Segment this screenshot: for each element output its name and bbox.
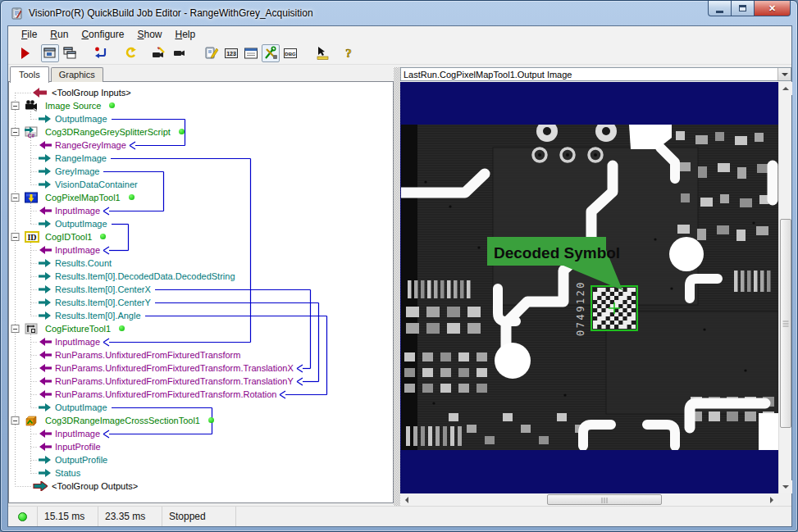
tree-item-runparams-unfixturedfromfixturedtransform-translationy[interactable]: RunParams.UnfixturedFromFixturedTransfor…: [9, 375, 393, 388]
tree-item-label: Status: [55, 466, 80, 480]
cascade-windows-icon: [62, 46, 77, 61]
tree-item-results-count[interactable]: Results.Count: [9, 257, 393, 270]
tree-item-label: RunParams.UnfixturedFromFixturedTransfor…: [55, 361, 294, 375]
tree-item-inputimage[interactable]: InputImage: [9, 204, 393, 217]
scroll-down-button[interactable]: [779, 480, 792, 493]
horizontal-scroll-thumb[interactable]: [547, 494, 662, 505]
tree-item-outputimage[interactable]: OutputImage: [9, 217, 393, 230]
run-job-button[interactable]: [16, 44, 34, 62]
tree-item-results-item-0-angle[interactable]: Results.Item[0].Angle: [9, 309, 393, 322]
tree-item-label: RunParams.UnfixturedFromFixturedTransfor…: [55, 348, 240, 361]
scroll-up-button[interactable]: [779, 82, 792, 95]
tree-item-inputprofile[interactable]: InputProfile: [9, 440, 393, 453]
display-selector-combobox[interactable]: LastRun.CogPixelMapTool1.Output Image: [400, 67, 791, 81]
camera-icon: [25, 99, 38, 112]
tree-item-outputimage[interactable]: OutputImage: [9, 401, 393, 414]
pixelmap-icon: [25, 191, 38, 204]
tree-item-cogpixelmaptool1[interactable]: CogPixelMapTool1: [9, 191, 393, 204]
menu-item-help[interactable]: Help: [168, 27, 202, 42]
toolbox-button[interactable]: [262, 44, 280, 62]
minimize-button[interactable]: [708, 1, 732, 16]
tree-item-cog3drangegreysplitterscript[interactable]: C#Cog3DRangeGreySplitterScript: [9, 125, 393, 139]
scroll-right-button[interactable]: [765, 493, 778, 506]
tree-item-label: OutputProfile: [55, 453, 107, 466]
tree-item-results-item-0-centerx[interactable]: Results.Item[0].CenterX: [9, 283, 393, 296]
debug-button[interactable]: DBG: [281, 44, 299, 62]
tree-item-label: Cog3DRangeImageCrossSectionTool1: [45, 414, 200, 427]
tree-item-image-source[interactable]: Image Source: [9, 99, 393, 112]
maximize-button[interactable]: [732, 1, 754, 16]
tree-item-results-item-0-centery[interactable]: Results.Item[0].CenterY: [9, 296, 393, 309]
tree-item-runparams-unfixturedfromfixturedtransform-rotation[interactable]: RunParams.UnfixturedFromFixturedTransfor…: [9, 388, 393, 401]
edit-acquisition-button[interactable]: [150, 44, 168, 62]
tab-graphics[interactable]: Graphics: [51, 67, 103, 82]
input-terminal-icon: [39, 207, 52, 215]
menu-item-file[interactable]: File: [15, 27, 43, 42]
output-terminal-icon: [39, 311, 52, 320]
close-button[interactable]: ✕: [754, 1, 791, 16]
tree-item-cogidtool1[interactable]: IDCogIDTool1: [9, 230, 393, 243]
combobox-dropdown-button[interactable]: [777, 68, 791, 80]
tree-item-rangeimage[interactable]: RangeImage: [9, 152, 393, 165]
tree-item-inputimage[interactable]: InputImage: [9, 335, 393, 348]
menu-item-run[interactable]: Run: [43, 27, 75, 42]
panel-splitter[interactable]: [394, 67, 400, 506]
tab-strip: Tools Graphics: [10, 67, 105, 82]
triangle-left-icon: [405, 497, 408, 503]
viewer-vertical-scrollbar[interactable]: [778, 82, 791, 493]
output-terminal-icon: [39, 469, 52, 477]
tab-tools[interactable]: Tools: [10, 66, 49, 83]
svg-text:C#: C#: [28, 133, 35, 139]
show-image-window-button[interactable]: [41, 44, 59, 62]
tree-item-label: GreyImage: [55, 165, 99, 178]
form-view-button[interactable]: [242, 44, 260, 62]
vertical-scroll-thumb[interactable]: [780, 219, 791, 428]
maximize-icon: [739, 5, 746, 11]
run-job-icon: [18, 46, 33, 61]
undo-icon: [123, 46, 138, 61]
scroll-left-button[interactable]: [400, 493, 413, 506]
image-display-viewer[interactable]: 0749120 Decoded Symbol: [400, 82, 778, 493]
tree-item-inputimage[interactable]: InputImage: [9, 427, 393, 440]
job-properties-button[interactable]: [203, 44, 221, 62]
tree-item-outputprofile[interactable]: OutputProfile: [9, 453, 393, 466]
tree-item-label: CogFixtureTool1: [45, 322, 111, 335]
undo-button[interactable]: [121, 44, 139, 62]
tool-status-dot: [179, 129, 185, 134]
output-terminal-icon: [39, 259, 52, 267]
tree-item-cog3drangeimagecrosssectiontool1[interactable]: Cog3DRangeImageCrossSectionTool1: [9, 414, 393, 427]
tree-item-toolgroup-inputs[interactable]: <ToolGroup Inputs>: [9, 86, 393, 99]
tree-item-rangegreyimage[interactable]: RangeGreyImage: [9, 139, 393, 152]
pointer-ruler-icon: [315, 46, 330, 61]
tree-item-status[interactable]: Status: [9, 466, 393, 480]
help-button[interactable]: ?: [340, 44, 358, 62]
tree-item-toolgroup-outputs[interactable]: <ToolGroup Outputs>: [9, 480, 393, 493]
edit-acquisition-icon: [152, 46, 166, 61]
tree-item-visiondatacontainer[interactable]: VisionDataContainer: [9, 178, 393, 191]
reset-job-button[interactable]: [92, 44, 110, 62]
tool-status-dot: [109, 102, 115, 108]
camera-small-icon: [172, 46, 187, 61]
tree-item-label: <ToolGroup Inputs>: [52, 86, 131, 99]
menu-item-show[interactable]: Show: [130, 27, 168, 42]
toolgroup-input-icon: [33, 88, 48, 98]
tree-item-greyimage[interactable]: GreyImage: [9, 165, 393, 178]
input-terminal-icon: [39, 430, 52, 438]
viewer-horizontal-scrollbar[interactable]: [400, 493, 778, 506]
title-bar[interactable]: VisionPro(R) QuickBuild Job Editor - Ran…: [1, 1, 797, 25]
tree-item-outputimage[interactable]: OutputImage: [9, 112, 393, 125]
tree-item-runparams-unfixturedfromfixturedtransform[interactable]: RunParams.UnfixturedFromFixturedTransfor…: [9, 348, 393, 361]
tool-bar: 123DBG?: [8, 43, 791, 65]
tree-item-runparams-unfixturedfromfixturedtransform-translationx[interactable]: RunParams.UnfixturedFromFixturedTransfor…: [9, 361, 393, 375]
tree-item-inputimage[interactable]: InputImage: [9, 243, 393, 257]
tree-item-label: VisionDataContainer: [55, 178, 138, 191]
camera-small-button[interactable]: [171, 44, 189, 62]
output-terminal-icon: [39, 180, 52, 189]
tree-item-cogfixturetool1[interactable]: CogFixtureTool1: [9, 322, 393, 335]
menu-item-configure[interactable]: Configure: [75, 27, 130, 42]
pointer-ruler-button[interactable]: [313, 44, 331, 62]
numeric-results-button[interactable]: 123: [222, 44, 240, 62]
tree-item-results-item-0-decodeddata-decodedstring[interactable]: Results.Item[0].DecodedData.DecodedStrin…: [9, 270, 393, 283]
cascade-windows-button[interactable]: [61, 44, 79, 62]
tree-item-label: InputImage: [55, 204, 100, 217]
